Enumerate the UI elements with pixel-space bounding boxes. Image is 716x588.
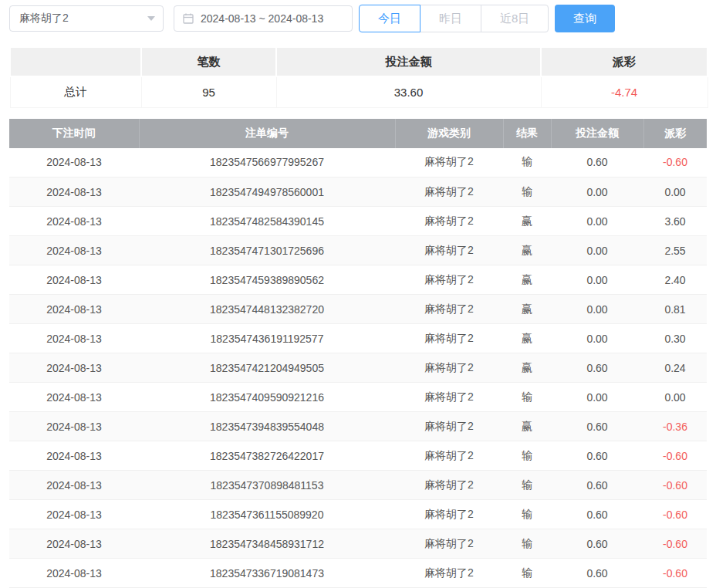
cell-payout: -0.60 — [643, 148, 707, 177]
cell-bet-amount: 0.60 — [551, 148, 643, 177]
table-row: 2024-08-13 1823547348458931712 麻将胡了2 输 0… — [9, 529, 707, 559]
search-button[interactable]: 查询 — [555, 5, 615, 32]
cell-bet-id: 1823547459389890562 — [139, 265, 395, 295]
header-game-type: 游戏类别 — [395, 119, 503, 148]
cell-game-type: 麻将胡了2 — [395, 324, 503, 353]
cell-bet-id: 1823547494978560001 — [139, 177, 395, 207]
table-row: 2024-08-13 1823547382726422017 麻将胡了2 输 0… — [9, 441, 707, 471]
cell-bet-amount: 0.00 — [551, 265, 643, 295]
table-row: 2024-08-13 1823547436191192577 麻将胡了2 赢 0… — [9, 324, 707, 353]
summary-total-count: 95 — [141, 76, 276, 107]
cell-bet-amount: 0.60 — [551, 441, 643, 471]
cell-payout: 2.55 — [643, 236, 707, 265]
cell-payout: 0.30 — [643, 324, 707, 353]
cell-result: 赢 — [503, 412, 551, 441]
cell-result: 输 — [503, 148, 551, 177]
summary-header-empty — [10, 47, 141, 76]
cell-result: 输 — [503, 471, 551, 500]
summary-total-payout: -4.74 — [541, 76, 708, 107]
cell-payout: -0.60 — [643, 441, 707, 471]
cell-bet-id: 1823547421204949505 — [139, 353, 395, 383]
cell-payout: -0.60 — [643, 529, 707, 559]
yesterday-button[interactable]: 昨日 — [420, 5, 481, 32]
cell-payout: 3.60 — [643, 207, 707, 236]
cell-payout: -0.60 — [643, 500, 707, 529]
game-select-value: 麻将胡了2 — [19, 12, 69, 25]
cell-payout: 2.40 — [643, 265, 707, 295]
cell-game-type: 麻将胡了2 — [395, 295, 503, 324]
summary-total-label: 总计 — [10, 76, 141, 107]
cell-result: 赢 — [503, 265, 551, 295]
today-button[interactable]: 今日 — [359, 5, 420, 32]
date-range-value: 2024-08-13 ~ 2024-08-13 — [201, 12, 323, 25]
cell-bet-amount: 0.00 — [551, 207, 643, 236]
table-row: 2024-08-13 1823547361155089920 麻将胡了2 输 0… — [9, 500, 707, 529]
cell-game-type: 麻将胡了2 — [395, 441, 503, 471]
date-range-input[interactable]: 2024-08-13 ~ 2024-08-13 — [174, 5, 353, 32]
summary-header-payout: 派彩 — [541, 47, 708, 76]
cell-bet-amount: 0.60 — [551, 412, 643, 441]
cell-result: 输 — [503, 177, 551, 207]
summary-table: 笔数 投注金额 派彩 总计 95 33.60 -4.74 — [9, 46, 708, 108]
cell-bet-amount: 0.60 — [551, 471, 643, 500]
summary-total-row: 总计 95 33.60 -4.74 — [10, 76, 708, 107]
cell-result: 赢 — [503, 295, 551, 324]
cell-bet-id: 1823547566977995267 — [139, 148, 395, 177]
cell-bet-time: 2024-08-13 — [9, 441, 139, 471]
summary-header-bet-amount: 投注金额 — [276, 47, 541, 76]
header-payout: 派彩 — [643, 119, 707, 148]
chevron-down-icon — [147, 16, 155, 21]
cell-result: 赢 — [503, 324, 551, 353]
cell-game-type: 麻将胡了2 — [395, 207, 503, 236]
cell-bet-id: 1823547370898481153 — [139, 471, 395, 500]
cell-bet-amount: 0.00 — [551, 236, 643, 265]
cell-bet-id: 1823547482584390145 — [139, 207, 395, 236]
cell-bet-time: 2024-08-13 — [9, 236, 139, 265]
cell-game-type: 麻将胡了2 — [395, 177, 503, 207]
toolbar: 麻将胡了2 2024-08-13 ~ 2024-08-13 今日 昨日 近8日 … — [0, 0, 716, 34]
cell-bet-time: 2024-08-13 — [9, 295, 139, 324]
table-row: 2024-08-13 1823547459389890562 麻将胡了2 赢 0… — [9, 265, 707, 295]
cell-bet-id: 1823547361155089920 — [139, 500, 395, 529]
cell-bet-id: 1823547382726422017 — [139, 441, 395, 471]
summary-header-row: 笔数 投注金额 派彩 — [10, 47, 708, 76]
cell-bet-time: 2024-08-13 — [9, 265, 139, 295]
cell-bet-amount: 0.00 — [551, 295, 643, 324]
last-8-days-button[interactable]: 近8日 — [481, 5, 549, 32]
cell-game-type: 麻将胡了2 — [395, 412, 503, 441]
cell-payout: -0.36 — [643, 412, 707, 441]
cell-bet-id: 1823547471301725696 — [139, 236, 395, 265]
table-row: 2024-08-13 1823547482584390145 麻将胡了2 赢 0… — [9, 207, 707, 236]
header-result: 结果 — [503, 119, 551, 148]
cell-payout: 0.24 — [643, 353, 707, 383]
cell-bet-time: 2024-08-13 — [9, 529, 139, 559]
cell-result: 输 — [503, 441, 551, 471]
table-row: 2024-08-13 1823547336719081473 麻将胡了2 输 0… — [9, 559, 707, 588]
cell-result: 输 — [503, 500, 551, 529]
cell-payout: 0.00 — [643, 177, 707, 207]
cell-game-type: 麻将胡了2 — [395, 265, 503, 295]
table-row: 2024-08-13 1823547566977995267 麻将胡了2 输 0… — [9, 148, 707, 177]
table-row: 2024-08-13 1823547394839554048 麻将胡了2 赢 0… — [9, 412, 707, 441]
cell-bet-amount: 0.60 — [551, 500, 643, 529]
cell-result: 输 — [503, 529, 551, 559]
table-row: 2024-08-13 1823547409590921216 麻将胡了2 输 0… — [9, 383, 707, 412]
cell-bet-time: 2024-08-13 — [9, 177, 139, 207]
table-row: 2024-08-13 1823547494978560001 麻将胡了2 输 0… — [9, 177, 707, 207]
table-row: 2024-08-13 1823547370898481153 麻将胡了2 输 0… — [9, 471, 707, 500]
bet-table: 下注时间 注单编号 游戏类别 结果 投注金额 派彩 2024-08-13 182… — [9, 119, 707, 588]
cell-bet-amount: 0.60 — [551, 529, 643, 559]
cell-bet-id: 1823547409590921216 — [139, 383, 395, 412]
cell-game-type: 麻将胡了2 — [395, 236, 503, 265]
cell-bet-time: 2024-08-13 — [9, 207, 139, 236]
game-select[interactable]: 麻将胡了2 — [9, 5, 164, 32]
cell-game-type: 麻将胡了2 — [395, 353, 503, 383]
cell-bet-time: 2024-08-13 — [9, 148, 139, 177]
header-bet-time: 下注时间 — [9, 119, 139, 148]
cell-payout: 0.00 — [643, 383, 707, 412]
cell-bet-amount: 0.60 — [551, 559, 643, 588]
cell-game-type: 麻将胡了2 — [395, 500, 503, 529]
cell-bet-id: 1823547394839554048 — [139, 412, 395, 441]
cell-result: 赢 — [503, 207, 551, 236]
cell-result: 输 — [503, 383, 551, 412]
